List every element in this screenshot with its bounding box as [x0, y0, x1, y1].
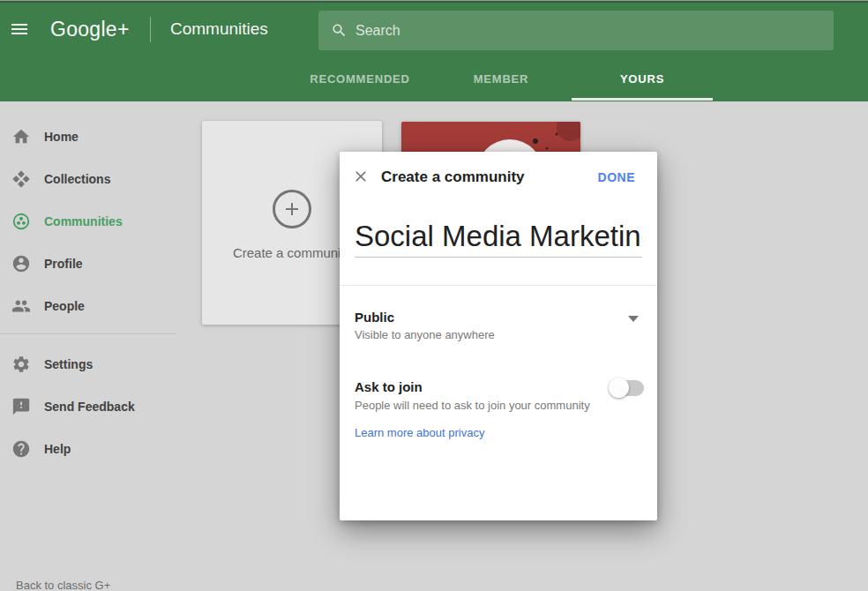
chevron-down-icon[interactable]: [628, 316, 639, 322]
header-divider: [150, 17, 151, 42]
sidebar-divider: [0, 333, 176, 334]
privacy-setting-description: Visible to anyone anywhere: [355, 328, 495, 341]
sidebar-item-label: Collections: [44, 172, 110, 186]
sidebar-item-label: Communities: [44, 214, 123, 228]
privacy-setting-label[interactable]: Public: [355, 310, 394, 325]
search-icon: [331, 22, 348, 39]
sidebar-item-profile[interactable]: Profile: [0, 243, 176, 285]
back-to-classic-link[interactable]: Back to classic G+: [16, 579, 110, 591]
sidebar-item-label: Home: [44, 130, 79, 144]
create-community-dialog: Create a community DONE Public Visible t…: [340, 152, 657, 520]
gear-icon: [11, 355, 31, 374]
app-header: Google+ Communities RECOMMENDED MEMBER Y…: [0, 0, 868, 101]
sidebar-item-collections[interactable]: Collections: [0, 158, 176, 200]
page-title: Communities: [170, 19, 268, 39]
profile-icon: [11, 254, 31, 273]
sidebar-item-send-feedback[interactable]: Send Feedback: [0, 385, 176, 428]
ask-to-join-label: Ask to join: [355, 379, 423, 394]
close-icon[interactable]: [352, 168, 370, 185]
plus-circle-icon: [273, 190, 311, 228]
sidebar-item-people[interactable]: People: [0, 285, 176, 327]
google-plus-communities-screen: Create a community Google+ Communities: [0, 0, 868, 591]
header-top-shadow: [0, 1, 868, 3]
active-tab-underline: [572, 98, 713, 101]
ask-to-join-toggle[interactable]: [609, 377, 646, 400]
dialog-title: Create a community: [381, 168, 525, 186]
done-button[interactable]: DONE: [598, 170, 635, 184]
dialog-divider: [340, 285, 657, 286]
sidebar-item-communities[interactable]: Communities: [0, 200, 176, 243]
privacy-learn-more-link[interactable]: Learn more about privacy: [355, 426, 484, 439]
tab-recommended[interactable]: RECOMMENDED: [289, 60, 430, 99]
toggle-knob: [609, 378, 629, 398]
feedback-icon: [11, 397, 31, 416]
sidebar-item-help[interactable]: Help: [0, 428, 176, 470]
search-input[interactable]: [355, 11, 823, 50]
collections-icon: [11, 169, 31, 189]
sidebar-item-label: Settings: [44, 357, 93, 371]
sidebar-item-settings[interactable]: Settings: [0, 343, 176, 385]
home-icon: [11, 127, 31, 146]
community-name-input[interactable]: [355, 215, 642, 258]
sidebar-item-home[interactable]: Home: [0, 116, 176, 158]
sidebar-item-label: People: [44, 299, 85, 313]
tab-yours[interactable]: YOURS: [572, 60, 713, 99]
ask-to-join-description: People will need to ask to join your com…: [355, 399, 590, 412]
people-icon: [11, 296, 31, 316]
search-box[interactable]: [318, 11, 834, 50]
communities-icon: [11, 212, 31, 231]
sidebar-item-label: Send Feedback: [44, 400, 135, 414]
hamburger-icon[interactable]: [11, 24, 27, 34]
sidebar-item-label: Help: [44, 442, 71, 456]
sidebar-nav: Home Collections: [0, 101, 176, 591]
sidebar-item-label: Profile: [44, 257, 83, 271]
help-icon: [11, 439, 31, 459]
tab-member[interactable]: MEMBER: [430, 60, 572, 99]
google-plus-logo[interactable]: Google+: [50, 18, 130, 41]
